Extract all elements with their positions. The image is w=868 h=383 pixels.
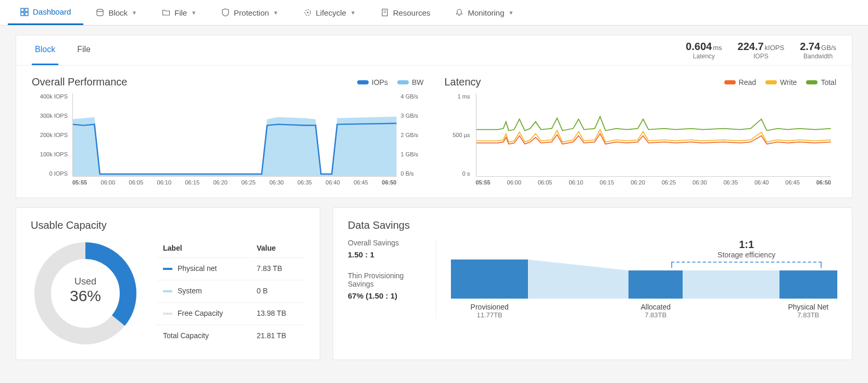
nav-label: Dashboard — [33, 7, 71, 16]
perf-plot — [72, 93, 397, 177]
efficiency-label: Storage efficiency — [671, 251, 822, 259]
capacity-donut: Used 36% — [31, 239, 140, 348]
disk-icon — [96, 8, 104, 17]
chevron-down-icon: ▼ — [350, 10, 356, 16]
nav-label: Resources — [393, 8, 431, 17]
nav-label: Block — [108, 8, 128, 17]
chevron-down-icon: ▼ — [191, 10, 196, 16]
savings-panel: Data Savings Overall Savings 1.50 : 1 Th… — [333, 207, 852, 360]
section-title: Data Savings — [348, 219, 837, 231]
table-row: Free Capacity13.98 TB — [157, 302, 304, 324]
capacity-panel: Usable Capacity Used 36% Label Value — [16, 207, 320, 360]
nav-label: Lifecycle — [316, 8, 346, 17]
nav-label: Protection — [234, 8, 269, 17]
nav-protection[interactable]: Protection ▼ — [209, 0, 291, 25]
tab-file[interactable]: File — [74, 35, 94, 65]
nav-lifecycle[interactable]: Lifecycle ▼ — [291, 0, 368, 25]
latency-plot — [476, 93, 832, 177]
folder-icon — [162, 8, 170, 17]
table-row: Total Capacity21.81 TB — [157, 325, 304, 346]
legend-write[interactable]: Write — [765, 78, 797, 87]
thin-savings: Thin Provisioning Savings 67% (1.50 : 1) — [348, 271, 426, 300]
performance-panel: Block File 0.604ms Latency 224.7kIOPS IO… — [16, 35, 852, 198]
shield-icon — [221, 8, 230, 17]
svg-rect-0 — [21, 8, 24, 11]
dashboard-icon — [20, 8, 29, 16]
y-axis: 1 ms500 µs0 s — [445, 93, 473, 177]
nav-dashboard[interactable]: Dashboard — [8, 0, 83, 25]
overall-savings: Overall Savings 1.50 : 1 — [348, 239, 426, 259]
section-title: Usable Capacity — [31, 219, 305, 231]
used-label: Used — [31, 276, 140, 287]
chevron-down-icon: ▼ — [509, 10, 514, 16]
lifecycle-icon — [304, 8, 312, 17]
nav-file[interactable]: File ▼ — [149, 0, 209, 25]
nav-block[interactable]: Block ▼ — [83, 0, 149, 25]
x-axis: 05:5506:0006:0506:1006:1506:2006:2506:30… — [72, 179, 397, 192]
metric-latency: 0.604ms Latency — [686, 41, 722, 60]
tab-block[interactable]: Block — [32, 35, 58, 65]
chart-title: Latency — [445, 76, 481, 88]
metric-iops: 224.7kIOPS IOPS — [738, 41, 785, 60]
legend-total[interactable]: Total — [806, 78, 836, 87]
svg-point-4 — [97, 9, 103, 12]
latency-chart: Latency Read Write Total 1 ms500 µs0 s — [445, 76, 837, 192]
savings-chart: 1:1 Storage efficiency Provisioned — [451, 239, 837, 319]
x-axis: 05:5506:0006:0506:1006:1506:2006:2506:30… — [476, 179, 832, 192]
chevron-down-icon: ▼ — [273, 10, 279, 16]
svg-rect-1 — [25, 8, 28, 11]
legend-iops[interactable]: IOPs — [357, 78, 388, 87]
chart-title: Overall Performance — [32, 76, 127, 88]
table-row: System0 B — [157, 280, 304, 301]
chevron-down-icon: ▼ — [132, 10, 137, 16]
legend-bw[interactable]: BW — [397, 78, 424, 87]
svg-rect-2 — [21, 13, 24, 16]
top-nav: Dashboard Block ▼ File ▼ Protection ▼ Li… — [0, 0, 868, 26]
y-axis-right: 4 GB/s3 GB/s2 GB/s1 GB/s0 B/s — [398, 93, 424, 177]
legend-read[interactable]: Read — [724, 78, 756, 87]
nav-label: File — [174, 8, 187, 17]
subtabs: Block File — [32, 35, 94, 65]
nav-label: Monitoring — [468, 8, 504, 17]
capacity-table: Label Value Physical net7.83 TB System0 … — [156, 239, 305, 347]
svg-rect-3 — [25, 13, 28, 16]
overall-performance-chart: Overall Performance IOPs BW 400k IOPS300… — [32, 76, 424, 192]
nav-resources[interactable]: Resources — [368, 0, 443, 25]
table-row: Physical net7.83 TB — [157, 257, 304, 279]
bell-icon — [455, 8, 463, 17]
nav-monitoring[interactable]: Monitoring ▼ — [443, 0, 526, 25]
efficiency-ratio: 1:1 — [671, 239, 822, 251]
resources-icon — [381, 8, 389, 17]
y-axis-left: 400k IOPS300k IOPS200k IOPS100k IOPS0 IO… — [32, 93, 71, 177]
used-pct: 36% — [31, 287, 140, 305]
svg-point-6 — [307, 12, 308, 14]
metric-bandwidth: 2.74GB/s Bandwidth — [800, 41, 836, 60]
summary-metrics: 0.604ms Latency 224.7kIOPS IOPS 2.74GB/s… — [686, 41, 836, 60]
